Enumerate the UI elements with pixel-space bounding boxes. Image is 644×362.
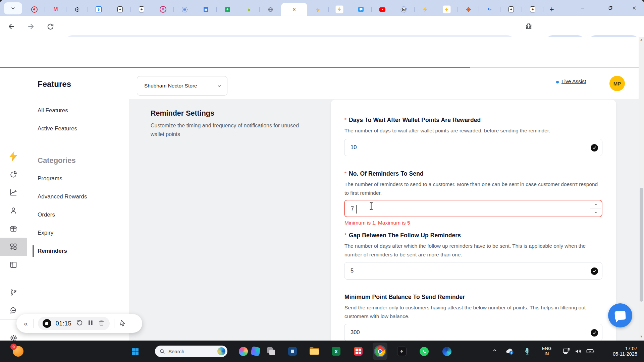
sheets-tab[interactable]: + (217, 3, 238, 16)
support-chat-button[interactable] (608, 303, 632, 327)
new-tab-button[interactable]: + (543, 3, 560, 16)
taskbar-app-edge[interactable] (439, 341, 454, 362)
sidebar-item-orders[interactable]: Orders (38, 212, 55, 218)
page-title: Reminder Settings (151, 109, 214, 118)
active-item-indicator (33, 245, 34, 257)
user-avatar[interactable]: MP (609, 76, 625, 91)
youtube-tab[interactable] (372, 3, 393, 16)
reload-button[interactable] (46, 22, 55, 31)
bolt-card-tab[interactable] (436, 3, 458, 16)
field-input[interactable]: 7 (344, 200, 602, 217)
tab-close-icon[interactable]: ✕ (292, 7, 296, 12)
field-label: *Days To Wait After Wallet Points Are Re… (344, 117, 603, 124)
taskbar-app-bird[interactable] (248, 341, 263, 362)
gmail-tab[interactable]: M (45, 3, 66, 16)
taskbar-app-m365[interactable] (351, 341, 366, 362)
pause-recording-button[interactable] (88, 319, 94, 327)
field-input[interactable]: 300 (344, 324, 602, 341)
taskbar-app-dark-app[interactable] (394, 341, 409, 362)
clock[interactable]: 17:07 05-11-2025 (594, 346, 637, 357)
taskbar-app-chrome[interactable] (373, 343, 387, 360)
microphone-icon[interactable] (524, 347, 531, 355)
chat-app-tab[interactable] (350, 3, 372, 16)
install-app-tab[interactable] (393, 3, 415, 16)
chevron-down-icon (10, 6, 16, 11)
stop-recording-button[interactable] (43, 319, 51, 328)
restart-recording-button[interactable] (76, 319, 83, 328)
page-scrollbar-thumb[interactable] (640, 188, 643, 302)
taskbar-app-excel[interactable]: X (329, 341, 343, 362)
back-button[interactable] (7, 22, 16, 31)
calendar-tab[interactable]: 5 (88, 3, 109, 16)
store-selector[interactable]: Shubham Nector Store (137, 76, 227, 96)
note-tab[interactable]: + (109, 3, 131, 16)
live-assist-link[interactable]: Live Assist (561, 78, 586, 84)
chatgpt-tab[interactable] (66, 3, 88, 16)
bolt-tab[interactable] (307, 3, 329, 16)
note-tab[interactable]: + (131, 3, 152, 16)
taskbar-app-whatsapp[interactable] (417, 341, 431, 362)
rail-item-git-branch[interactable] (0, 283, 27, 301)
brand-m-tab[interactable]: M (152, 3, 174, 16)
sidebar-item-expiry[interactable]: Expiry (38, 230, 53, 236)
window-minimize-button[interactable] (575, 0, 590, 16)
sidebar-item-all-features[interactable]: All Features (38, 107, 68, 114)
field-label-text: Gap Between The Follow Up Reminders (349, 232, 461, 239)
rail-item-line-chart[interactable] (0, 183, 27, 201)
forward-button[interactable] (26, 22, 35, 31)
rail-item-user[interactable] (0, 201, 27, 220)
bolt-tab[interactable] (415, 3, 436, 16)
striped-circle-tab[interactable] (174, 3, 195, 16)
globe-tab[interactable] (260, 3, 281, 16)
window-close-button[interactable] (627, 0, 642, 16)
tab-search-button[interactable] (4, 2, 22, 14)
network-icon[interactable] (562, 347, 570, 355)
rail-item-pie-chart[interactable] (0, 165, 27, 183)
tab-strip: M5++M+✕+++ (0, 0, 644, 16)
note-tab[interactable]: + (522, 3, 543, 16)
sidebar-item-programs[interactable]: Programs (38, 175, 62, 182)
chrome-icon (375, 346, 385, 356)
taskbar-app-explorer[interactable] (307, 341, 322, 362)
note-tab[interactable]: + (500, 3, 522, 16)
start-button[interactable] (127, 341, 142, 362)
recording-time: 01:15 (56, 320, 72, 327)
whatsapp-icon (420, 347, 429, 356)
pinned-tabs-row: M5++M+✕+++ (23, 3, 560, 16)
scroll-down-icon[interactable]: ▼ (639, 335, 644, 338)
sidebar-item-reminders[interactable]: Reminders (38, 248, 67, 254)
widgets-button[interactable]: 9 (9, 341, 27, 362)
flag-tab[interactable] (479, 3, 500, 16)
language-indicator[interactable]: ENG IN (540, 346, 553, 357)
field-input[interactable]: 5 (344, 262, 602, 280)
sidebar-item-active-features[interactable]: Active Features (38, 125, 77, 132)
delete-recording-button[interactable] (98, 319, 105, 328)
recording-tab[interactable] (23, 3, 45, 16)
cursor-tool-button[interactable] (119, 319, 126, 328)
tray-expand-button[interactable] (492, 347, 498, 353)
field-input[interactable]: 10 (344, 139, 602, 156)
required-asterisk: * (344, 170, 346, 176)
sidebar-item-advanced-rewards[interactable]: Advanced Rewards (38, 193, 87, 200)
docs-tab[interactable] (195, 3, 217, 16)
onedrive-icon[interactable]: i (505, 347, 515, 355)
window-maximize-button[interactable] (603, 0, 618, 16)
number-spinner[interactable] (590, 201, 601, 216)
shopify-tab[interactable] (238, 3, 260, 16)
taskbar-app-blue-app[interactable] (285, 341, 300, 362)
volume-icon[interactable] (574, 347, 582, 355)
minimize-icon (580, 5, 585, 11)
bolt-card-tab[interactable] (329, 3, 350, 16)
molecule-tab[interactable] (458, 3, 479, 16)
taskbar-search[interactable]: Search (155, 346, 227, 357)
back-arrow-icon (7, 22, 15, 31)
taskbar-app-taskview[interactable] (264, 341, 278, 362)
scroll-up-icon[interactable]: ▲ (639, 38, 644, 41)
active-tab[interactable]: ✕ (281, 3, 307, 16)
rail-item-gift[interactable] (0, 220, 27, 238)
extensions-icon[interactable] (524, 22, 533, 31)
recorder-collapse-button[interactable]: « (24, 319, 28, 327)
rail-item-layout[interactable] (0, 256, 27, 274)
forward-arrow-icon (27, 22, 35, 31)
rail-item-grid-add[interactable] (0, 238, 27, 256)
